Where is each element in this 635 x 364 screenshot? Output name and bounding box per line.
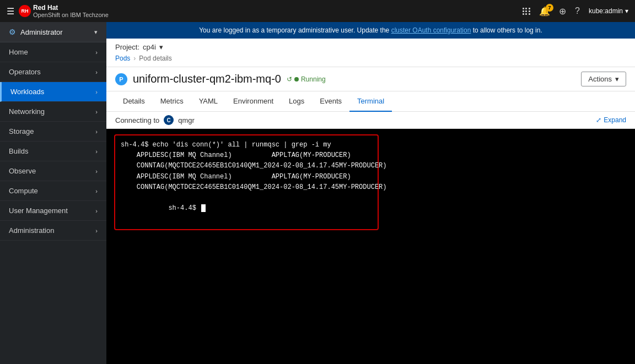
user-chevron: ▾ <box>625 7 628 15</box>
sidebar-item-observe[interactable]: Observe › <box>0 161 106 181</box>
sidebar: ⚙ Administrator ▾ Home › Operators › Wor… <box>0 22 106 364</box>
oauth-config-link[interactable]: cluster OAuth configuration <box>391 26 471 34</box>
term-line-4: CONNTAG(MQCTDCE2C465EB1C0140QM1_2024-02-… <box>121 182 372 193</box>
chevron-right-icon: › <box>95 188 98 194</box>
main-layout: ⚙ Administrator ▾ Home › Operators › Wor… <box>0 22 635 364</box>
chevron-right-icon: › <box>95 168 98 175</box>
brand-text: Red Hat OpenShift on IBM Techzone <box>33 4 109 18</box>
brand-bottom: OpenShift on IBM Techzone <box>33 12 109 18</box>
breadcrumb-separator: › <box>133 55 136 62</box>
tab-details[interactable]: Details <box>115 91 153 112</box>
sidebar-item-workloads[interactable]: Workloads › <box>0 82 106 102</box>
breadcrumb-current: Pod details <box>139 55 171 62</box>
tab-yaml[interactable]: YAML <box>191 91 225 112</box>
tab-logs[interactable]: Logs <box>281 91 312 112</box>
admin-icon: ⚙ <box>9 28 16 36</box>
actions-button[interactable]: Actions ▾ <box>581 72 626 86</box>
chevron-right-icon: › <box>95 49 98 56</box>
tab-environment[interactable]: Environment <box>225 91 281 112</box>
terminal-content[interactable]: sh-4.4$ echo 'dis conn(*)' all | runmqsc… <box>106 129 635 364</box>
bell-button[interactable]: 🔔 7 <box>539 6 550 17</box>
help-icon[interactable]: ? <box>575 6 580 16</box>
sidebar-item-networking[interactable]: Networking › <box>0 102 106 122</box>
term-line-1: APPLDESC(IBM MQ Channel) APPLTAG(MY-PROD… <box>121 150 372 161</box>
sidebar-item-administration[interactable]: Administration › <box>0 221 106 241</box>
pod-name: uniform-cluster-qm2-ibm-mq-0 <box>133 73 281 85</box>
tabs-row: Details Metrics YAML Environment Logs Ev… <box>106 91 635 112</box>
content-area: You are logged in as a temporary adminis… <box>106 22 635 364</box>
project-label: Project: <box>115 43 139 51</box>
project-selector[interactable]: Project: cp4i ▾ <box>115 43 626 55</box>
term-line-2: CONNTAG(MQCTDCE2C465EB1C0140QM1_2024-02-… <box>121 161 372 171</box>
expand-button[interactable]: ⤢ Expand <box>596 116 626 124</box>
admin-chevron: ▾ <box>94 29 98 36</box>
terminal-output-box: sh-4.4$ echo 'dis conn(*)' all | runmqsc… <box>114 134 379 230</box>
expand-label: Expand <box>604 116 626 124</box>
grid-icon[interactable] <box>523 8 530 15</box>
expand-icon: ⤢ <box>596 116 601 124</box>
container-name: qmgr <box>178 116 195 124</box>
breadcrumb: Pods › Pod details <box>115 55 626 62</box>
content-header: Project: cp4i ▾ Pods › Pod details <box>106 39 635 67</box>
tab-metrics[interactable]: Metrics <box>153 91 191 112</box>
terminal-cursor <box>201 204 206 212</box>
chevron-right-icon: › <box>95 148 98 155</box>
alert-text-after: to allow others to log in. <box>471 26 542 34</box>
chevron-right-icon: › <box>95 227 98 234</box>
alert-text-before: You are logged in as a temporary adminis… <box>199 26 391 34</box>
term-line-0: sh-4.4$ echo 'dis conn(*)' all | runmqsc… <box>121 140 372 150</box>
tab-terminal[interactable]: Terminal <box>349 91 392 112</box>
project-chevron: ▾ <box>159 43 163 51</box>
chevron-right-icon: › <box>95 128 98 135</box>
sidebar-item-user-management[interactable]: User Management › <box>0 201 106 221</box>
pod-title-left: P uniform-cluster-qm2-ibm-mq-0 ↺ Running <box>115 73 326 85</box>
sidebar-item-compute[interactable]: Compute › <box>0 181 106 201</box>
user-menu[interactable]: kube:admin ▾ <box>589 7 628 15</box>
sidebar-item-operators[interactable]: Operators › <box>0 62 106 82</box>
navbar-icons: 🔔 7 ⊕ ? kube:admin ▾ <box>523 6 628 17</box>
brand-area: ☰ RH Red Hat OpenShift on IBM Techzone <box>7 4 517 18</box>
chevron-right-icon: › <box>95 69 98 75</box>
project-name: cp4i <box>143 43 156 51</box>
terminal-header: Connecting to C qmgr ⤢ Expand <box>106 112 635 129</box>
container-badge: C <box>164 115 174 125</box>
bell-badge: 7 <box>546 4 553 12</box>
terminal-area: Connecting to C qmgr ⤢ Expand sh-4.4$ ec… <box>106 112 635 364</box>
hamburger-icon[interactable]: ☰ <box>7 6 14 17</box>
sidebar-admin-left: ⚙ Administrator <box>9 28 63 36</box>
status-text: Running <box>301 75 326 83</box>
sidebar-admin-label: Administrator <box>20 28 63 36</box>
breadcrumb-pods-link[interactable]: Pods <box>115 55 130 62</box>
running-badge: ↺ Running <box>287 75 326 83</box>
refresh-icon[interactable]: ↺ <box>287 75 292 83</box>
chevron-right-icon: › <box>95 208 98 214</box>
connecting-label: Connecting to C qmgr <box>115 115 195 125</box>
user-label: kube:admin <box>589 7 623 15</box>
chevron-right-icon: › <box>95 108 98 115</box>
redhat-logo: RH Red Hat OpenShift on IBM Techzone <box>19 4 109 18</box>
sidebar-admin-toggle[interactable]: ⚙ Administrator ▾ <box>0 22 106 42</box>
sidebar-item-storage[interactable]: Storage › <box>0 122 106 142</box>
chevron-right-icon: › <box>95 89 98 95</box>
actions-chevron: ▾ <box>615 75 619 83</box>
status-dot <box>294 77 299 82</box>
term-line-3: APPLDESC(IBM MQ Channel) APPLTAG(MY-PROD… <box>121 172 372 182</box>
plus-icon[interactable]: ⊕ <box>559 6 566 17</box>
redhat-circle: RH <box>19 5 31 17</box>
navbar: ☰ RH Red Hat OpenShift on IBM Techzone 🔔… <box>0 0 635 22</box>
alert-banner: You are logged in as a temporary adminis… <box>106 22 635 39</box>
sidebar-item-builds[interactable]: Builds › <box>0 142 106 161</box>
brand-top: Red Hat <box>33 4 109 12</box>
pod-icon: P <box>115 73 127 85</box>
term-line-5: sh-4.4$ <box>121 193 372 225</box>
pod-title-row: P uniform-cluster-qm2-ibm-mq-0 ↺ Running… <box>106 67 635 91</box>
sidebar-item-home[interactable]: Home › <box>0 42 106 62</box>
tab-events[interactable]: Events <box>312 91 349 112</box>
